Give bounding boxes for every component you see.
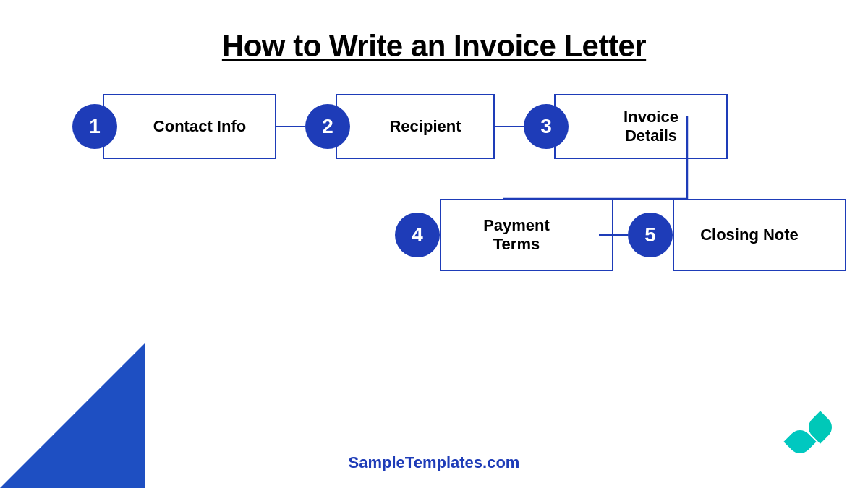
step-2-wrapper: 2 Recipient	[305, 94, 495, 159]
step-4-circle: 4	[395, 213, 440, 257]
step-5-circle: 5	[628, 213, 673, 257]
step-4-wrapper: Payment Terms 4	[395, 199, 599, 271]
diagram: 1 Contact Info 2 Recipient 3 Invoice Det…	[36, 94, 832, 271]
connector-5-4	[599, 234, 628, 236]
step-1-circle: 1	[72, 104, 117, 149]
row2: Closing Note 5 Payment Terms 4	[260, 199, 832, 271]
decorative-triangle	[0, 343, 145, 488]
step-3-circle: 3	[524, 104, 569, 149]
watermark: SampleTemplates.com	[349, 453, 520, 472]
step-2-box: Recipient	[336, 94, 495, 159]
connector-2-3	[495, 126, 524, 128]
page-title: How to Write an Invoice Letter	[0, 0, 868, 64]
step-5-wrapper: Closing Note 5	[628, 199, 832, 271]
connector-1-2	[276, 126, 305, 128]
step-1-wrapper: 1 Contact Info	[72, 94, 276, 159]
step-1-box: Contact Info	[103, 94, 276, 159]
decorative-leaves	[788, 416, 839, 466]
step-5-box: Closing Note	[673, 199, 846, 271]
step-4-box: Payment Terms	[440, 199, 613, 271]
step-2-circle: 2	[305, 104, 350, 149]
